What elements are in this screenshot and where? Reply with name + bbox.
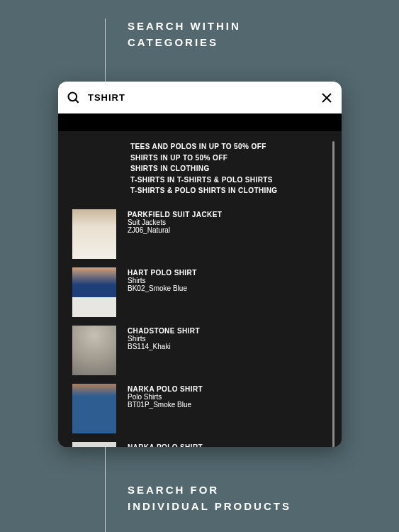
product-thumbnail bbox=[72, 209, 116, 259]
product-sku: BK02_Smoke Blue bbox=[128, 284, 197, 292]
product-suggestions: PARKFIELD SUIT JACKET Suit Jackets ZJ06_… bbox=[72, 209, 320, 448]
product-sku: ZJ06_Natural bbox=[128, 226, 222, 234]
annotation-top: SEARCH WITHINCATEGORIES bbox=[128, 18, 241, 50]
product-title: NARKA POLO SHIRT bbox=[128, 385, 203, 393]
annotation-line-top bbox=[105, 18, 106, 82]
annotation-line-bottom bbox=[105, 447, 106, 532]
product-sku: BT01P_Smoke Blue bbox=[128, 401, 203, 409]
product-thumbnail bbox=[72, 384, 116, 433]
search-input[interactable] bbox=[88, 92, 313, 103]
product-sku: BS114_Khaki bbox=[128, 343, 200, 350]
product-subtitle: Shirts bbox=[128, 335, 200, 343]
product-subtitle: Suit Jackets bbox=[128, 218, 222, 226]
product-thumbnail bbox=[72, 267, 116, 317]
category-item[interactable]: T-SHIRTS & POLO SHIRTS IN CLOTHING bbox=[130, 185, 320, 196]
svg-point-0 bbox=[69, 92, 77, 101]
product-thumbnail bbox=[72, 326, 116, 375]
product-title: NARKA POLO SHIRT bbox=[128, 443, 203, 448]
category-item[interactable]: T-SHIRTS IN T-SHIRTS & POLO SHIRTS bbox=[130, 174, 320, 186]
product-subtitle: Shirts bbox=[128, 277, 197, 284]
search-icon bbox=[67, 91, 81, 105]
category-item[interactable]: SHIRTS IN UP TO 50% OFF bbox=[130, 153, 320, 164]
product-thumbnail bbox=[72, 442, 116, 448]
svg-line-1 bbox=[76, 99, 79, 102]
product-meta: CHADSTONE SHIRT Shirts BS114_Khaki bbox=[128, 326, 200, 350]
header-gap bbox=[58, 113, 342, 131]
product-item[interactable]: PARKFIELD SUIT JACKET Suit Jackets ZJ06_… bbox=[72, 209, 320, 259]
product-title: HART POLO SHIRT bbox=[128, 269, 197, 277]
product-subtitle: Polo Shirts bbox=[128, 393, 203, 401]
product-meta: HART POLO SHIRT Shirts BK02_Smoke Blue bbox=[128, 267, 197, 292]
category-item[interactable]: TEES AND POLOS IN UP TO 50% OFF bbox=[130, 141, 320, 153]
product-title: CHADSTONE SHIRT bbox=[128, 327, 200, 335]
category-item[interactable]: SHIRTS IN CLOTHING bbox=[130, 163, 320, 174]
product-meta: PARKFIELD SUIT JACKET Suit Jackets ZJ06_… bbox=[128, 209, 222, 234]
annotation-bottom: SEARCH FORINDIVIDUAL PRODUCTS bbox=[128, 482, 291, 514]
product-title: PARKFIELD SUIT JACKET bbox=[128, 211, 222, 218]
results-container: TEES AND POLOS IN UP TO 50% OFF SHIRTS I… bbox=[58, 131, 342, 447]
product-item[interactable]: CHADSTONE SHIRT Shirts BS114_Khaki bbox=[72, 326, 320, 375]
category-suggestions: TEES AND POLOS IN UP TO 50% OFF SHIRTS I… bbox=[72, 141, 320, 196]
close-icon[interactable] bbox=[320, 92, 333, 104]
product-meta: NARKA POLO SHIRT bbox=[128, 442, 203, 448]
search-panel: TEES AND POLOS IN UP TO 50% OFF SHIRTS I… bbox=[58, 82, 342, 447]
product-item[interactable]: HART POLO SHIRT Shirts BK02_Smoke Blue bbox=[72, 267, 320, 317]
search-bar bbox=[58, 82, 342, 113]
product-item[interactable]: NARKA POLO SHIRT bbox=[72, 442, 320, 448]
product-meta: NARKA POLO SHIRT Polo Shirts BT01P_Smoke… bbox=[128, 384, 203, 409]
scrollbar[interactable] bbox=[332, 141, 335, 447]
product-item[interactable]: NARKA POLO SHIRT Polo Shirts BT01P_Smoke… bbox=[72, 384, 320, 433]
